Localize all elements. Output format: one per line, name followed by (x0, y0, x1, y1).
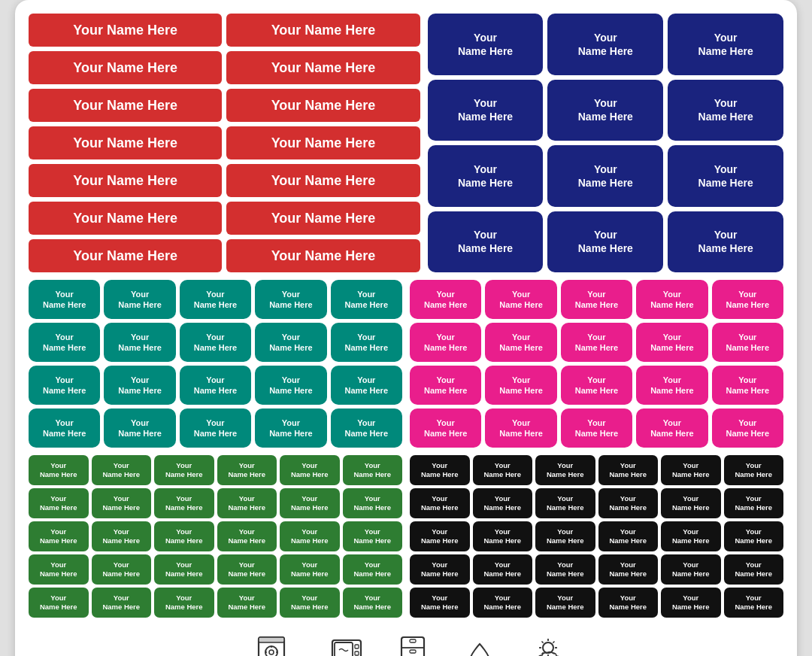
svg-line-21 (542, 642, 544, 643)
label-item: YourName Here (331, 408, 402, 448)
label-item: YourName Here (668, 211, 783, 273)
label-item: YourName Here (724, 588, 784, 618)
label-item: Your Name Here (29, 14, 222, 47)
label-item: YourName Here (29, 408, 100, 448)
label-item: Your Name Here (226, 89, 420, 122)
label-item: YourName Here (712, 408, 783, 448)
label-item: Your Name Here (29, 126, 222, 159)
bottom-section: YourName Here YourName Here YourName Her… (29, 455, 783, 618)
label-item: YourName Here (598, 488, 659, 518)
label-item: YourName Here (485, 280, 556, 319)
green-label-section: YourName Here YourName Here YourName Her… (29, 455, 402, 618)
label-item: YourName Here (343, 554, 403, 585)
label-item: YourName Here (217, 588, 277, 618)
middle-section: YourName Here YourName Here YourName Her… (29, 280, 783, 448)
label-item: YourName Here (280, 588, 340, 618)
footer-waterproof: Waterproof (456, 641, 504, 656)
label-item: Your Name Here (226, 202, 420, 235)
top-section: Your Name Here Your Name Here Your Name … (29, 14, 783, 272)
svg-rect-11 (355, 651, 359, 655)
label-item: YourName Here (473, 521, 533, 551)
label-item: YourName Here (331, 323, 402, 362)
label-item: YourName Here (410, 521, 470, 551)
label-item: YourName Here (561, 280, 632, 319)
label-item: YourName Here (410, 488, 470, 518)
label-item: YourName Here (535, 588, 595, 618)
label-item: YourName Here (92, 455, 152, 485)
label-item: YourName Here (598, 588, 659, 618)
footer-microwave: MicrowaveSafe (323, 636, 369, 656)
label-item: YourName Here (29, 366, 100, 405)
label-item: YourName Here (331, 280, 402, 319)
label-item: YourName Here (217, 455, 277, 485)
label-item: YourName Here (661, 488, 721, 518)
label-item: YourName Here (92, 554, 152, 585)
label-item: YourName Here (29, 488, 89, 518)
label-item: YourName Here (410, 554, 470, 585)
label-item: YourName Here (154, 455, 214, 485)
svg-point-16 (543, 642, 553, 653)
label-item: YourName Here (180, 408, 251, 448)
label-item: YourName Here (217, 554, 277, 585)
label-item: YourName Here (535, 521, 595, 551)
svg-rect-9 (335, 642, 353, 656)
label-item: YourName Here (636, 323, 707, 362)
label-item: YourName Here (712, 323, 783, 362)
svg-rect-14 (410, 639, 416, 642)
label-item: YourName Here (410, 323, 481, 362)
label-item: YourName Here (428, 80, 544, 141)
label-item: YourName Here (154, 588, 214, 618)
label-item: YourName Here (485, 408, 556, 448)
svg-point-3 (269, 650, 274, 654)
label-item: YourName Here (661, 455, 721, 485)
label-item: YourName Here (547, 80, 663, 141)
label-item: YourName Here (535, 455, 595, 485)
label-item: YourName Here (724, 554, 784, 585)
label-item: YourName Here (661, 588, 721, 618)
label-item: YourName Here (547, 14, 663, 75)
pink-label-section: YourName Here YourName Here YourName Her… (410, 280, 783, 448)
label-item: YourName Here (668, 80, 783, 141)
label-item: YourName Here (217, 521, 277, 551)
label-item: Your Name Here (29, 239, 222, 272)
label-item: YourName Here (724, 488, 784, 518)
label-sheet: Your Name Here Your Name Here Your Name … (15, 0, 797, 656)
label-item: YourName Here (473, 554, 533, 585)
outdoor-icon (532, 636, 564, 656)
label-item: YourName Here (104, 280, 175, 319)
microwave-icon (331, 636, 362, 656)
svg-rect-1 (259, 637, 284, 642)
red-label-section: Your Name Here Your Name Here Your Name … (29, 14, 420, 272)
label-item: YourName Here (280, 554, 340, 585)
label-item: YourName Here (343, 488, 403, 518)
label-item: YourName Here (473, 488, 533, 518)
label-item: YourName Here (29, 323, 100, 362)
label-item: YourName Here (724, 455, 784, 485)
label-item: YourName Here (485, 366, 556, 405)
label-item: Your Name Here (29, 164, 222, 197)
navy-label-section: YourName Here YourName Here YourName Her… (428, 14, 783, 272)
footer: DishwasherSafe MicrowaveSafe (29, 628, 783, 656)
label-item: YourName Here (410, 366, 481, 405)
label-item: Your Name Here (29, 89, 222, 122)
label-item: YourName Here (661, 521, 721, 551)
label-item: YourName Here (547, 145, 663, 207)
label-item: YourName Here (712, 366, 783, 405)
label-item: YourName Here (154, 488, 214, 518)
label-item: Your Name Here (226, 239, 420, 272)
label-item: YourName Here (668, 145, 783, 207)
label-item: YourName Here (154, 521, 214, 551)
label-item: YourName Here (92, 488, 152, 518)
label-item: YourName Here (180, 366, 251, 405)
label-item: YourName Here (473, 588, 533, 618)
label-item: YourName Here (410, 455, 470, 485)
label-item: YourName Here (343, 455, 403, 485)
svg-line-23 (553, 642, 555, 643)
label-item: YourName Here (343, 588, 403, 618)
label-item: YourName Here (104, 323, 175, 362)
label-item: YourName Here (92, 521, 152, 551)
label-item: YourName Here (473, 455, 533, 485)
teal-label-section: YourName Here YourName Here YourName Her… (29, 280, 402, 448)
label-item: YourName Here (280, 488, 340, 518)
label-item: YourName Here (29, 455, 89, 485)
